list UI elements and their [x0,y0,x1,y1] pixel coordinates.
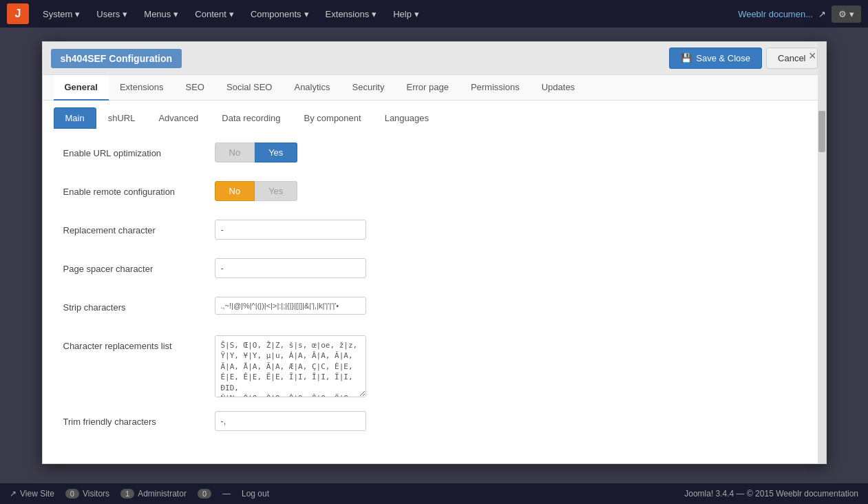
modal-body: General Extensions SEO Social SEO Analyt… [43,75,826,463]
control-strip-characters [215,297,805,315]
tab-analytics[interactable]: Analytics [283,75,341,101]
form-row-strip-chars: Strip characters [63,297,805,322]
input-strip-characters[interactable] [215,297,366,315]
scroll-thumb [818,111,825,152]
top-navbar: J System ▾ Users ▾ Menus ▾ Content ▾ Com… [0,0,868,28]
navbar-right: Weeblr documen... ↗ ⚙ ▾ [738,6,861,23]
toggle-url-optimization: No Yes [215,143,298,162]
tab-data-recording[interactable]: Data recording [210,107,292,129]
label-page-spacer-character: Page spacer character [63,258,215,274]
form-row-url-optimization: Enable URL optimization No Yes [63,143,805,167]
tab-main[interactable]: Main [54,107,96,129]
nav-system[interactable]: System ▾ [36,5,87,23]
control-enable-remote-config: No Yes [215,181,805,201]
gear-button[interactable]: ⚙ ▾ [832,6,861,23]
tab-error-page[interactable]: Error page [395,75,459,101]
tab-permissions[interactable]: Permissions [460,75,531,101]
label-enable-remote-config: Enable remote configuration [63,181,215,197]
external-icon: ↗ [10,489,17,498]
toggle-remote-config: No Yes [215,181,298,201]
toggle-remote-yes[interactable]: Yes [255,181,297,201]
tabs-row2: Main shURL Advanced Data recording By co… [43,101,826,129]
form-row-replacement-char: Replacement character [63,220,805,244]
modal-title-button[interactable]: sh404SEF Configuration [51,49,182,68]
input-replacement-character[interactable] [215,220,366,240]
gear-icon: ⚙ [838,9,847,19]
visitors-badge: 0 [65,489,79,498]
tabs-row1: General Extensions SEO Social SEO Analyt… [43,75,826,101]
toggle-url-no[interactable]: No [215,143,255,162]
form-row-remote-config: Enable remote configuration No Yes [63,181,805,206]
nav-components[interactable]: Components ▾ [244,5,316,23]
control-page-spacer-character [215,258,805,278]
admin-badge: 1 [120,489,134,498]
label-character-replacements-list: Character replacements list [63,335,215,351]
tab-advanced[interactable]: Advanced [147,107,210,129]
tab-by-component[interactable]: By component [293,107,373,129]
form-row-trim-friendly: Trim friendly characters [63,411,805,436]
tab-extensions[interactable]: Extensions [109,75,175,101]
configuration-modal: sh404SEF Configuration 💾 Save & Close Ca… [42,41,827,464]
joomla-brand: J [7,3,29,24]
page-background: sh404SEF Configuration 💾 Save & Close Ca… [0,28,868,483]
tab-social-seo[interactable]: Social SEO [215,75,283,101]
status-visitors[interactable]: 0 Visitors [65,489,109,498]
external-link-icon: ↗ [818,9,826,19]
form-row-spacer-char: Page spacer character [63,258,805,283]
control-enable-url-optimization: No Yes [215,143,805,162]
tab-languages[interactable]: Languages [373,107,441,129]
label-strip-characters: Strip characters [63,297,215,313]
input-page-spacer-character[interactable] [215,258,366,278]
nav-users[interactable]: Users ▾ [89,5,134,23]
status-view-site[interactable]: ↗ View Site [10,489,54,498]
nav-extensions[interactable]: Extensions ▾ [319,5,384,23]
nav-content[interactable]: Content ▾ [188,5,241,23]
control-character-replacements-list: Š|S, Œ|O, Ž|Z, š|s, œ|oe, ž|z, Ÿ|Y, ¥|Y,… [215,335,805,397]
form-content: Enable URL optimization No Yes Enable re… [43,129,826,463]
save-icon: 💾 [681,53,692,63]
tab-general[interactable]: General [54,75,109,101]
label-replacement-character: Replacement character [63,220,215,235]
tab-security[interactable]: Security [341,75,396,101]
nav-help[interactable]: Help ▾ [386,5,426,23]
statusbar: ↗ View Site 0 Visitors 1 Administrator 0… [0,483,868,504]
control-trim-friendly-characters [215,411,805,431]
label-trim-friendly-characters: Trim friendly characters [63,411,215,427]
status-administrator[interactable]: 1 Administrator [120,489,187,498]
input-trim-friendly-characters[interactable] [215,411,366,431]
gear-dropdown-icon: ▾ [849,9,854,19]
toggle-url-yes[interactable]: Yes [255,143,297,162]
modal-header: sh404SEF Configuration 💾 Save & Close Ca… [43,42,826,75]
label-enable-url-optimization: Enable URL optimization [63,143,215,158]
save-close-button[interactable]: 💾 Save & Close [669,48,762,69]
form-row-char-replacements: Character replacements list Š|S, Œ|O, Ž|… [63,335,805,397]
status-messages[interactable]: 0 [198,489,211,498]
modal-actions: 💾 Save & Close Cancel [669,48,817,69]
nav-menus[interactable]: Menus ▾ [137,5,185,23]
control-replacement-character [215,220,805,240]
tab-shurl[interactable]: shURL [96,107,147,129]
statusbar-right: Joomla! 3.4.4 — © 2015 Weeblr documentat… [684,489,858,498]
status-logout[interactable]: Log out [242,489,269,498]
modal-scrollbar[interactable] [818,42,826,463]
toggle-remote-no[interactable]: No [215,181,255,201]
textarea-character-replacements-list[interactable]: Š|S, Œ|O, Ž|Z, š|s, œ|oe, ž|z, Ÿ|Y, ¥|Y,… [215,335,366,397]
weeblr-link[interactable]: Weeblr documen... [738,9,813,19]
messages-badge: 0 [198,489,211,498]
tab-updates[interactable]: Updates [531,75,586,101]
status-separator: — [222,489,231,498]
tab-seo[interactable]: SEO [175,75,215,101]
